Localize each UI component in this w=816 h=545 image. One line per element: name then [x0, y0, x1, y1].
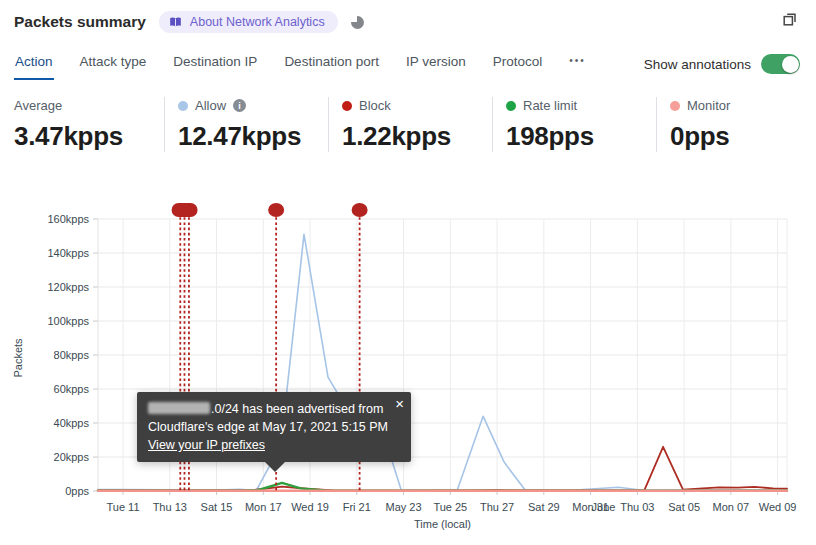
svg-text:Sat 05: Sat 05	[668, 501, 700, 513]
tabs: ActionAttack typeDestination IPDestinati…	[14, 50, 587, 80]
show-annotations-label: Show annotations	[644, 57, 751, 72]
tab-attack-type[interactable]: Attack type	[79, 50, 148, 80]
usage-pie-icon	[351, 16, 364, 29]
toggle-knob	[782, 56, 799, 73]
svg-text:Wed 09: Wed 09	[759, 501, 797, 513]
legend-dot	[670, 101, 680, 111]
svg-text:Thu 03: Thu 03	[620, 501, 654, 513]
svg-text:120kpps: 120kpps	[47, 281, 89, 293]
stat-monitor: Monitor0pps	[656, 97, 816, 152]
stat-label: Monitor	[687, 98, 730, 113]
legend-dot	[506, 101, 516, 111]
tooltip-line1: .0/24 has been advertised from	[148, 400, 385, 418]
stat-label: Rate limit	[523, 98, 577, 113]
tooltip-close-button[interactable]: ×	[393, 394, 406, 414]
svg-text:160kpps: 160kpps	[47, 213, 89, 225]
svg-text:Sat 15: Sat 15	[201, 501, 233, 513]
svg-text:Mon 17: Mon 17	[245, 501, 282, 513]
svg-text:Tue 25: Tue 25	[433, 501, 467, 513]
tab-ip-version[interactable]: IP version	[405, 50, 467, 80]
svg-text:Time (local): Time (local)	[414, 518, 471, 530]
annotation-marker-dot[interactable]	[268, 203, 284, 217]
svg-text:80kpps: 80kpps	[54, 349, 90, 361]
svg-text:June: June	[592, 501, 616, 513]
tooltip-line2: Cloudflare's edge at May 17, 2021 5:15 P…	[148, 418, 385, 436]
svg-text:Sat 29: Sat 29	[528, 501, 560, 513]
svg-text:May 23: May 23	[386, 501, 422, 513]
annotation-marker-dot[interactable]	[352, 203, 368, 217]
tabs-more-button[interactable]: •••	[568, 51, 587, 80]
popout-button[interactable]	[780, 10, 800, 30]
stat-value: 198pps	[506, 121, 656, 152]
svg-text:Wed 19: Wed 19	[291, 501, 329, 513]
annotation-marker-pill[interactable]	[172, 203, 198, 217]
stat-label: Block	[359, 98, 391, 113]
stat-value: 0pps	[670, 121, 816, 152]
stat-allow: Allowi12.47kpps	[164, 97, 328, 152]
restore-icon	[781, 10, 799, 28]
svg-text:Packets: Packets	[12, 338, 24, 378]
svg-text:100kpps: 100kpps	[47, 315, 89, 327]
svg-text:Thu 13: Thu 13	[153, 501, 187, 513]
stat-value: 3.47kpps	[14, 121, 164, 152]
show-annotations-control: Show annotations	[644, 54, 800, 80]
page-title: Packets summary	[14, 13, 146, 31]
tab-row: ActionAttack typeDestination IPDestinati…	[14, 50, 800, 80]
svg-text:20kpps: 20kpps	[54, 451, 90, 463]
stats-row: Average3.47kppsAllowi12.47kppsBlock1.22k…	[14, 97, 816, 152]
svg-text:60kpps: 60kpps	[54, 383, 90, 395]
info-icon[interactable]: i	[233, 99, 246, 112]
svg-text:Fri 21: Fri 21	[343, 501, 371, 513]
svg-text:40kpps: 40kpps	[54, 417, 90, 429]
annotation-tooltip: .0/24 has been advertised from Cloudflar…	[137, 392, 411, 462]
network-analytics-panel: Packets summary About Network Analytics …	[0, 0, 816, 545]
tab-protocol[interactable]: Protocol	[492, 50, 544, 80]
packets-chart: 0pps20kpps40kpps60kpps80kpps100kpps120kp…	[0, 190, 816, 545]
redacted-ip	[148, 402, 210, 414]
svg-text:0pps: 0pps	[65, 485, 89, 497]
tooltip-pointer	[264, 461, 286, 472]
svg-text:Thu 27: Thu 27	[480, 501, 514, 513]
svg-text:Mon 07: Mon 07	[713, 501, 750, 513]
tab-destination-ip[interactable]: Destination IP	[172, 50, 258, 80]
legend-dot	[178, 101, 188, 111]
stat-average: Average3.47kpps	[14, 97, 164, 152]
about-badge-label: About Network Analytics	[190, 15, 325, 29]
ip-prefixes-link[interactable]: View your IP prefixes	[148, 438, 265, 452]
tab-action[interactable]: Action	[14, 50, 54, 80]
show-annotations-toggle[interactable]	[761, 54, 800, 74]
svg-text:140kpps: 140kpps	[47, 247, 89, 259]
stat-value: 12.47kpps	[178, 121, 328, 152]
legend-dot	[342, 101, 352, 111]
stat-value: 1.22kpps	[342, 121, 492, 152]
stat-label: Allow	[195, 98, 226, 113]
tab-destination-port[interactable]: Destination port	[283, 50, 380, 80]
svg-text:Tue 11: Tue 11	[106, 501, 139, 513]
stat-block: Block1.22kpps	[328, 97, 492, 152]
stat-rate-limit: Rate limit198pps	[492, 97, 656, 152]
book-icon	[168, 15, 183, 29]
title-row: Packets summary About Network Analytics	[14, 11, 364, 33]
stat-label: Average	[14, 98, 62, 113]
about-network-analytics-link[interactable]: About Network Analytics	[159, 11, 338, 33]
